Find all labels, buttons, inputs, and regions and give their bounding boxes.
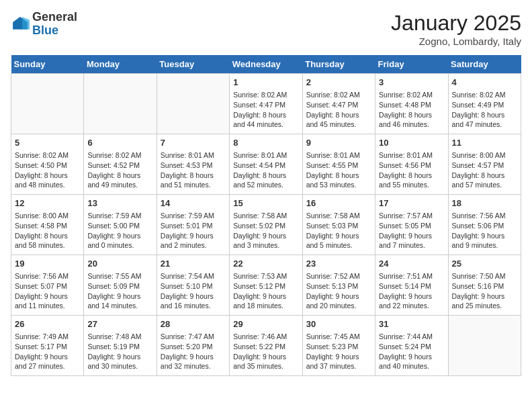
week-row-4: 19Sunrise: 7:56 AMSunset: 5:07 PMDayligh… (11, 255, 521, 316)
sunset: Sunset: 5:16 PM (452, 282, 504, 290)
sunrise: Sunrise: 8:02 AM (87, 151, 141, 159)
sunrise: Sunrise: 7:50 AM (452, 272, 506, 280)
sunset: Sunset: 5:24 PM (379, 342, 431, 351)
sunrise: Sunrise: 8:00 AM (15, 212, 69, 220)
daylight: Daylight: 8 hours and 55 minutes. (379, 171, 432, 189)
sunset: Sunset: 4:53 PM (161, 161, 213, 169)
daylight: Daylight: 9 hours and 20 minutes. (306, 292, 359, 310)
sunrise: Sunrise: 8:02 AM (233, 91, 287, 99)
sunrise: Sunrise: 8:02 AM (452, 91, 506, 99)
sunset: Sunset: 4:49 PM (452, 101, 504, 109)
day-cell: 19Sunrise: 7:56 AMSunset: 5:07 PMDayligh… (11, 255, 84, 316)
day-cell: 16Sunrise: 7:58 AMSunset: 5:03 PMDayligh… (302, 195, 375, 255)
daylight: Daylight: 9 hours and 7 minutes. (379, 232, 432, 250)
sunrise: Sunrise: 7:49 AM (15, 332, 69, 340)
sunrise: Sunrise: 8:01 AM (379, 151, 433, 159)
sunrise: Sunrise: 7:44 AM (379, 332, 433, 340)
page-header: General Blue January 2025 Zogno, Lombard… (11, 11, 521, 47)
day-number: 1 (233, 77, 298, 89)
sunset: Sunset: 5:19 PM (87, 342, 140, 351)
sunset: Sunset: 5:07 PM (15, 282, 67, 290)
day-number: 29 (233, 318, 298, 330)
day-cell: 7Sunrise: 8:01 AMSunset: 4:53 PMDaylight… (157, 134, 229, 195)
daylight: Daylight: 9 hours and 18 minutes. (233, 292, 286, 310)
daylight: Daylight: 9 hours and 35 minutes. (233, 353, 286, 371)
daylight: Daylight: 8 hours and 47 minutes. (452, 111, 505, 129)
sunset: Sunset: 4:58 PM (15, 222, 67, 230)
day-cell: 28Sunrise: 7:47 AMSunset: 5:20 PMDayligh… (157, 316, 229, 376)
daylight: Daylight: 8 hours and 48 minutes. (15, 171, 68, 189)
sunset: Sunset: 5:14 PM (379, 282, 431, 290)
logo-blue-text: Blue (32, 24, 58, 37)
day-number: 14 (161, 197, 226, 210)
day-cell: 13Sunrise: 7:59 AMSunset: 5:00 PMDayligh… (84, 195, 157, 255)
day-number: 15 (233, 197, 298, 210)
day-number: 19 (15, 258, 80, 270)
sunset: Sunset: 4:50 PM (15, 161, 67, 169)
sunrise: Sunrise: 8:02 AM (306, 91, 360, 99)
day-cell (448, 316, 521, 376)
sunrise: Sunrise: 8:00 AM (452, 151, 506, 159)
daylight: Daylight: 9 hours and 30 minutes. (87, 353, 140, 371)
day-cell: 5Sunrise: 8:02 AMSunset: 4:50 PMDaylight… (11, 134, 84, 195)
day-number: 23 (306, 258, 371, 270)
sunset: Sunset: 5:12 PM (233, 282, 285, 290)
daylight: Daylight: 8 hours and 58 minutes. (15, 232, 68, 250)
sunset: Sunset: 5:00 PM (87, 222, 140, 230)
location: Zogno, Lombardy, Italy (391, 36, 521, 47)
sunset: Sunset: 5:13 PM (306, 282, 359, 290)
day-header-wednesday: Wednesday (230, 55, 302, 74)
day-number: 2 (306, 77, 371, 89)
sunrise: Sunrise: 7:55 AM (87, 272, 141, 280)
day-cell: 11Sunrise: 8:00 AMSunset: 4:57 PMDayligh… (448, 134, 521, 195)
day-number: 6 (87, 137, 152, 149)
sunset: Sunset: 5:22 PM (233, 342, 285, 351)
daylight: Daylight: 9 hours and 27 minutes. (15, 353, 68, 371)
week-row-5: 26Sunrise: 7:49 AMSunset: 5:17 PMDayligh… (11, 316, 521, 376)
daylight: Daylight: 8 hours and 53 minutes. (306, 171, 359, 189)
daylight: Daylight: 9 hours and 37 minutes. (306, 353, 359, 371)
day-cell: 10Sunrise: 8:01 AMSunset: 4:56 PMDayligh… (375, 134, 448, 195)
day-cell (157, 74, 229, 134)
week-row-2: 5Sunrise: 8:02 AMSunset: 4:50 PMDaylight… (11, 134, 521, 195)
sunrise: Sunrise: 8:01 AM (306, 151, 360, 159)
calendar-header: SundayMondayTuesdayWednesdayThursdayFrid… (11, 55, 521, 74)
daylight: Daylight: 8 hours and 45 minutes. (306, 111, 359, 129)
daylight: Daylight: 9 hours and 14 minutes. (87, 292, 140, 310)
day-cell (11, 74, 84, 134)
daylight: Daylight: 9 hours and 22 minutes. (379, 292, 432, 310)
day-number: 28 (161, 318, 226, 330)
sunrise: Sunrise: 8:01 AM (161, 151, 214, 159)
day-number: 27 (87, 318, 152, 330)
sunset: Sunset: 4:55 PM (306, 161, 359, 169)
logo: General Blue (11, 11, 77, 38)
day-number: 24 (379, 258, 444, 270)
day-cell: 2Sunrise: 8:02 AMSunset: 4:47 PMDaylight… (302, 74, 375, 134)
day-cell: 3Sunrise: 8:02 AMSunset: 4:48 PMDaylight… (375, 74, 448, 134)
day-cell: 1Sunrise: 8:02 AMSunset: 4:47 PMDaylight… (230, 74, 302, 134)
day-number: 8 (233, 137, 298, 149)
day-cell: 8Sunrise: 8:01 AMSunset: 4:54 PMDaylight… (230, 134, 302, 195)
day-cell: 24Sunrise: 7:51 AMSunset: 5:14 PMDayligh… (375, 255, 448, 316)
week-row-3: 12Sunrise: 8:00 AMSunset: 4:58 PMDayligh… (11, 195, 521, 255)
day-cell: 15Sunrise: 7:58 AMSunset: 5:02 PMDayligh… (230, 195, 302, 255)
day-cell: 27Sunrise: 7:48 AMSunset: 5:19 PMDayligh… (84, 316, 157, 376)
sunrise: Sunrise: 7:53 AM (233, 272, 287, 280)
day-cell: 26Sunrise: 7:49 AMSunset: 5:17 PMDayligh… (11, 316, 84, 376)
sunset: Sunset: 5:02 PM (233, 222, 285, 230)
day-header-monday: Monday (84, 55, 157, 74)
day-cell: 9Sunrise: 8:01 AMSunset: 4:55 PMDaylight… (302, 134, 375, 195)
daylight: Daylight: 9 hours and 2 minutes. (161, 232, 214, 250)
sunset: Sunset: 4:52 PM (87, 161, 140, 169)
daylight: Daylight: 9 hours and 32 minutes. (161, 353, 214, 371)
day-number: 3 (379, 77, 444, 89)
day-number: 25 (452, 258, 517, 270)
sunset: Sunset: 5:17 PM (15, 342, 67, 351)
day-number: 7 (161, 137, 226, 149)
day-cell: 20Sunrise: 7:55 AMSunset: 5:09 PMDayligh… (84, 255, 157, 316)
day-number: 31 (379, 318, 444, 330)
header-row: SundayMondayTuesdayWednesdayThursdayFrid… (11, 55, 521, 74)
day-cell (84, 74, 157, 134)
sunrise: Sunrise: 7:54 AM (161, 272, 214, 280)
week-row-1: 1Sunrise: 8:02 AMSunset: 4:47 PMDaylight… (11, 74, 521, 134)
